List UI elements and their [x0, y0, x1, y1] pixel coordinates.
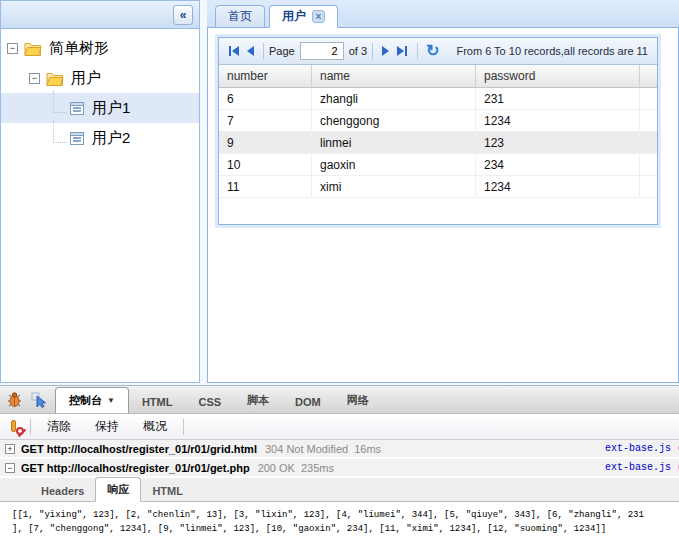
tree-panel-header: « [1, 1, 199, 29]
close-tab-icon[interactable]: × [312, 10, 325, 23]
prev-page-icon[interactable] [243, 44, 258, 58]
network-request-row[interactable]: + GET http://localhost/register_01/r01/g… [0, 440, 679, 459]
folder-icon [46, 71, 64, 86]
firebug-tab-bar: 控制台 ▼ HTML CSS 脚本 DOM 网络 [0, 386, 679, 414]
users-grid: Page of 3 ↻ From 6 To 10 records,all rec… [218, 37, 658, 225]
tree-node-label: 用户1 [92, 99, 130, 118]
tree-node-users[interactable]: − 用户 [1, 63, 199, 93]
cell-number[interactable]: 10 [219, 154, 312, 175]
toolbar-separator [372, 43, 373, 59]
request-url[interactable]: GET http://localhost/register_01/r01/get… [21, 462, 250, 474]
cell-number[interactable]: 11 [219, 176, 312, 197]
table-row[interactable]: 7 chenggong 1234 [219, 110, 657, 132]
tree-node-label: 用户 [71, 69, 101, 88]
list-doc-icon [69, 131, 85, 146]
detail-tab-headers[interactable]: Headers [30, 481, 95, 501]
request-source-link[interactable]: ext-base.js ( [605, 443, 679, 454]
cell-name[interactable]: zhangli [312, 88, 476, 109]
tree-node-label: 用户2 [92, 129, 130, 148]
tab-body: Page of 3 ↻ From 6 To 10 records,all rec… [207, 28, 679, 383]
tree-elbow-line [53, 121, 67, 143]
request-time: 16ms [354, 443, 381, 455]
request-url[interactable]: GET http://localhost/register_01/r01/gri… [21, 443, 257, 455]
cell-number[interactable]: 7 [219, 110, 312, 131]
tree-node-root[interactable]: − 简单树形 [1, 33, 199, 63]
tab-home[interactable]: 首页 [215, 5, 265, 28]
refresh-icon[interactable]: ↻ [423, 43, 442, 59]
toolbar-separator [183, 419, 184, 435]
request-status: 304 Not Modified [265, 443, 348, 455]
tab-label: 用户 [282, 8, 306, 25]
column-header-number[interactable]: number [219, 65, 312, 87]
inspect-element-icon[interactable] [31, 392, 47, 408]
persist-button[interactable]: 保持 [83, 415, 131, 438]
firebug-tab-html[interactable]: HTML [129, 391, 186, 413]
cell-name[interactable]: gaoxin [312, 154, 476, 175]
firebug-tab-css[interactable]: CSS [185, 391, 234, 413]
page-count-label: of 3 [349, 45, 367, 57]
cell-name[interactable]: ximi [312, 176, 476, 197]
cell-name[interactable]: linmei [312, 132, 476, 153]
tree-elbow-line [53, 91, 67, 113]
response-line: ], [7, "chenggong", 1234], [9, "linmei",… [12, 523, 679, 537]
paging-toolbar: Page of 3 ↻ From 6 To 10 records,all rec… [219, 38, 657, 65]
cell-number[interactable]: 6 [219, 88, 312, 109]
tree-panel: « − 简单树形 − 用户 用户 [0, 0, 200, 383]
request-source-link[interactable]: ext-base.js ( [605, 462, 679, 473]
collapse-panel-icon[interactable]: « [173, 5, 193, 25]
grid-empty-area [219, 198, 657, 224]
clear-button[interactable]: 清除 [35, 415, 83, 438]
request-method: GET [21, 462, 44, 474]
firebug-panel: 控制台 ▼ HTML CSS 脚本 DOM 网络 清除 保持 概况 + GET … [0, 385, 679, 553]
cell-name[interactable]: chenggong [312, 110, 476, 131]
toolbar-separator [263, 43, 264, 59]
firebug-bug-icon[interactable] [6, 392, 23, 408]
network-request-row[interactable]: − GET http://localhost/register_01/r01/g… [0, 459, 679, 478]
table-row[interactable]: 11 ximi 1234 [219, 176, 657, 198]
cell-password[interactable]: 123 [476, 132, 640, 153]
column-header-password[interactable]: password [476, 65, 640, 87]
tree-node-user2[interactable]: 用户2 [1, 123, 199, 153]
table-row[interactable]: 6 zhangli 231 [219, 88, 657, 110]
firebug-tab-script[interactable]: 脚本 [234, 388, 282, 413]
request-url-text: http://localhost/register_01/r01/grid.ht… [47, 443, 257, 455]
next-page-icon[interactable] [378, 44, 393, 58]
request-detail-tabs: Headers 响应 HTML [0, 478, 679, 502]
tab-users[interactable]: 用户 × [269, 5, 338, 28]
response-line: [[1, "yixing", 123], [2, "chenlin", 13],… [12, 509, 679, 523]
first-page-icon[interactable] [224, 44, 243, 58]
column-header-name[interactable]: name [312, 65, 476, 87]
folder-icon [24, 41, 42, 56]
page-label: Page [269, 45, 295, 57]
tree-body: − 简单树形 − 用户 用户1 [1, 29, 199, 153]
firebug-tab-console[interactable]: 控制台 ▼ [55, 387, 129, 413]
detail-tab-response[interactable]: 响应 [95, 477, 141, 502]
expand-request-icon[interactable]: + [5, 444, 15, 454]
break-on-errors-icon[interactable] [8, 419, 24, 435]
request-status: 200 OK [258, 462, 295, 474]
console-toolbar: 清除 保持 概况 [0, 414, 679, 440]
cell-password[interactable]: 1234 [476, 176, 640, 197]
last-page-icon[interactable] [393, 44, 412, 58]
detail-tab-html[interactable]: HTML [141, 481, 194, 501]
collapse-node-icon[interactable]: − [29, 73, 40, 84]
collapse-node-icon[interactable]: − [7, 43, 18, 54]
firebug-tab-dom[interactable]: DOM [282, 391, 334, 413]
table-row[interactable]: 9 linmei 123 [219, 132, 657, 154]
profile-button[interactable]: 概况 [131, 415, 179, 438]
page-number-input[interactable] [300, 42, 344, 60]
list-doc-icon [69, 101, 85, 116]
firebug-tab-net[interactable]: 网络 [334, 388, 382, 413]
collapse-request-icon[interactable]: − [5, 463, 15, 473]
cell-password[interactable]: 1234 [476, 110, 640, 131]
tree-node-user1[interactable]: 用户1 [1, 93, 199, 123]
cell-password[interactable]: 231 [476, 88, 640, 109]
cell-number[interactable]: 9 [219, 132, 312, 153]
toolbar-separator [30, 419, 31, 435]
cell-password[interactable]: 234 [476, 154, 640, 175]
tab-label: 首页 [228, 8, 252, 25]
paging-status-text: From 6 To 10 records,all records are 11 [456, 45, 652, 57]
table-row[interactable]: 10 gaoxin 234 [219, 154, 657, 176]
column-header-spacer [640, 65, 657, 87]
tab-strip: 首页 用户 × [207, 0, 679, 28]
